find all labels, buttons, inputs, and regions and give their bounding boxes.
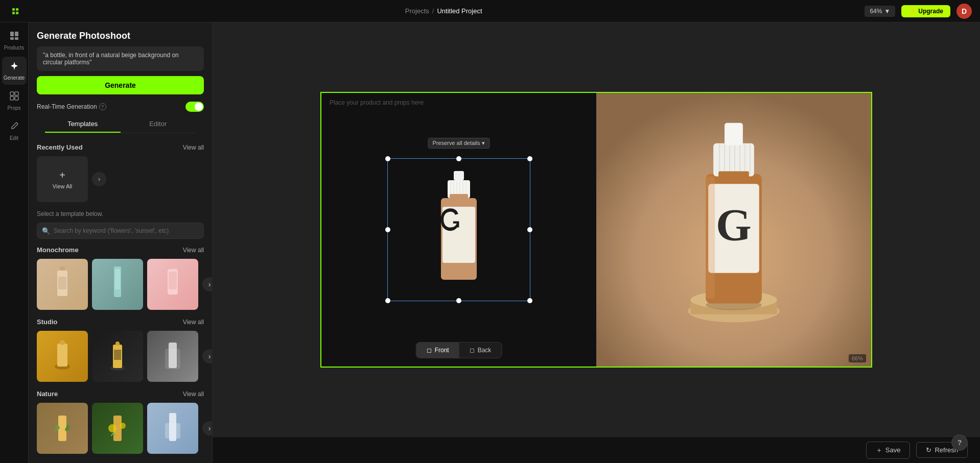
- handle-bl[interactable]: [385, 298, 390, 303]
- tab-templates[interactable]: Templates: [45, 116, 121, 133]
- recently-used-header: Recently Used View all: [37, 143, 204, 151]
- front-button[interactable]: ◻ Front: [416, 343, 459, 358]
- monochrome-grid: ›: [37, 259, 204, 310]
- handle-br[interactable]: [527, 298, 532, 303]
- monochrome-title: Monochrome: [37, 246, 79, 254]
- search-input[interactable]: [37, 223, 204, 239]
- view-all-card[interactable]: + View All: [37, 156, 88, 202]
- sidebar-item-products[interactable]: Products: [2, 27, 27, 55]
- nature-header: Nature View all: [37, 390, 204, 398]
- icon-nav: Products Generate Props: [0, 22, 29, 463]
- save-icon: ＋: [876, 446, 882, 455]
- monochrome-next[interactable]: ›: [202, 277, 212, 291]
- generate-button[interactable]: Generate: [37, 76, 204, 94]
- avatar[interactable]: D: [956, 4, 972, 19]
- svg-rect-16: [57, 344, 67, 367]
- upgrade-button[interactable]: ⚡ Upgrade: [901, 5, 950, 17]
- svg-rect-2: [10, 37, 14, 40]
- template-thumb-nature-2[interactable]: [92, 403, 143, 454]
- template-thumb-monochrome-1[interactable]: [37, 259, 88, 310]
- nature-view-all[interactable]: View all: [183, 391, 204, 398]
- template-thumb-nature-3[interactable]: [147, 403, 198, 454]
- realtime-label: Real-Time Generation ?: [37, 103, 106, 110]
- topbar: Projects / Untitled Project 64% ▼ ⚡ Upgr…: [0, 0, 980, 22]
- help-button[interactable]: ?: [951, 434, 968, 451]
- template-thumb-monochrome-3[interactable]: [147, 259, 198, 310]
- sidebar-item-edit[interactable]: Edit: [2, 117, 27, 145]
- realtime-toggle[interactable]: [185, 102, 204, 112]
- edit-label: Edit: [10, 135, 18, 141]
- studio-section: Studio View all: [37, 318, 204, 382]
- svg-rect-3: [15, 37, 18, 40]
- sidebar-content: Recently Used View all + View All › Sele…: [29, 137, 212, 463]
- edit-icon: [9, 121, 19, 134]
- template-thumb-studio-1[interactable]: [37, 331, 88, 382]
- template-thumb-studio-2[interactable]: [92, 331, 143, 382]
- tabs-row: Templates Editor: [45, 116, 196, 133]
- svg-point-27: [120, 423, 126, 429]
- realtime-help-icon[interactable]: ?: [99, 103, 106, 110]
- canvas-area: Place your product and props here Preser…: [213, 22, 980, 463]
- nature-grid: ›: [37, 403, 204, 454]
- chevron-right-icon: ›: [208, 352, 211, 360]
- tab-editor[interactable]: Editor: [121, 116, 196, 133]
- svg-rect-14: [169, 272, 177, 289]
- handle-ml[interactable]: [385, 227, 390, 232]
- canvas-zoom-label: 66%: [849, 354, 866, 362]
- svg-rect-0: [10, 32, 14, 36]
- canvas-workspace[interactable]: Place your product and props here Preser…: [213, 22, 980, 436]
- recently-next-arrow[interactable]: ›: [92, 172, 106, 186]
- recently-used-view-all[interactable]: View all: [183, 144, 204, 151]
- logo[interactable]: [8, 4, 22, 18]
- projects-link[interactable]: Projects: [405, 7, 429, 15]
- handle-bm[interactable]: [456, 298, 461, 303]
- handle-tr[interactable]: [527, 156, 532, 161]
- main-layout: Products Generate Props: [0, 22, 980, 463]
- zoom-button[interactable]: 64% ▼: [865, 6, 895, 17]
- recently-used-grid: + View All ›: [37, 156, 204, 202]
- bottom-bar: ＋ Save ↻ Refresh: [213, 436, 980, 463]
- back-button[interactable]: ◻ Back: [459, 343, 502, 358]
- prompt-box[interactable]: "a bottle, in front of a natural beige b…: [37, 46, 204, 71]
- realtime-row: Real-Time Generation ?: [37, 100, 204, 116]
- svg-point-26: [108, 424, 116, 432]
- template-thumb-studio-3[interactable]: [147, 331, 198, 382]
- handle-tl[interactable]: [385, 156, 390, 161]
- sidebar-item-props[interactable]: Props: [2, 87, 27, 115]
- sidebar-item-generate[interactable]: Generate: [2, 57, 27, 85]
- chevron-right-icon: ›: [98, 176, 100, 183]
- props-icon: [9, 91, 19, 104]
- handle-tm[interactable]: [456, 156, 461, 161]
- template-thumb-monochrome-2[interactable]: [92, 259, 143, 310]
- search-icon: 🔍: [42, 227, 50, 235]
- monochrome-header: Monochrome View all: [37, 246, 204, 254]
- canvas-left[interactable]: Place your product and props here Preser…: [321, 93, 596, 367]
- product-container[interactable]: Preserve all details ▾: [387, 158, 530, 301]
- monochrome-view-all[interactable]: View all: [183, 247, 204, 254]
- sidebar-header: Generate Photoshoot "a bottle, in front …: [29, 22, 212, 137]
- svg-point-20: [115, 342, 120, 346]
- product-right: G: [596, 93, 871, 367]
- svg-rect-8: [60, 266, 65, 271]
- svg-rect-21: [114, 350, 121, 360]
- back-icon: ◻: [470, 347, 475, 354]
- studio-next[interactable]: ›: [202, 349, 212, 363]
- svg-rect-1: [15, 32, 18, 36]
- preserve-tag[interactable]: Preserve all details ▾: [428, 138, 490, 149]
- sidebar: Generate Photoshoot "a bottle, in front …: [29, 22, 213, 463]
- template-thumb-nature-1[interactable]: [37, 403, 88, 454]
- monochrome-section: Monochrome View all: [37, 246, 204, 310]
- nature-next[interactable]: ›: [202, 421, 212, 435]
- refresh-icon: ↻: [926, 446, 931, 454]
- products-label: Products: [4, 45, 24, 51]
- save-button[interactable]: ＋ Save: [866, 442, 911, 459]
- view-all-card-label: View All: [53, 183, 72, 189]
- topbar-right: 64% ▼ ⚡ Upgrade D: [865, 4, 972, 19]
- sidebar-title: Generate Photoshoot: [37, 31, 204, 41]
- svg-text:G: G: [716, 199, 752, 249]
- handle-mr[interactable]: [527, 227, 532, 232]
- nature-section: Nature View all: [37, 390, 204, 454]
- svg-rect-23: [169, 343, 177, 368]
- studio-view-all[interactable]: View all: [183, 319, 204, 326]
- canvas-right: G 66%: [596, 93, 871, 367]
